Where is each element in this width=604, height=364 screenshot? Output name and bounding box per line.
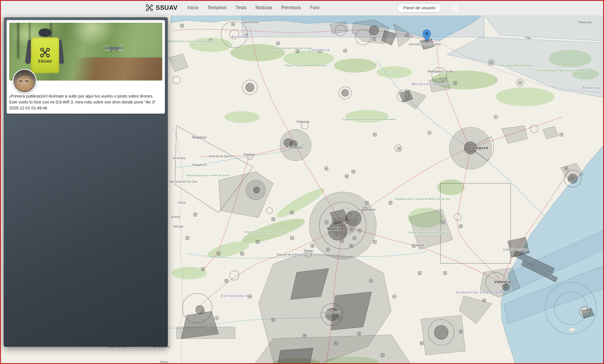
map-label: Gijón/Xixón [241, 20, 258, 24]
map-label: Sabugal [173, 225, 183, 228]
map-label: Extremadura [221, 294, 248, 298]
post-timestamp: 2025-12-01 01:49:46 [9, 105, 162, 111]
map-label: Guarda [171, 215, 180, 218]
nav-item-foro[interactable]: Foro [310, 5, 319, 11]
map-label: Parc national des Pyrénées [499, 64, 533, 67]
post-text: ¡Primera publicación! Anímate a subir po… [9, 93, 162, 111]
main-nav: Inicio Temarios Tests Noticias Permisos … [188, 5, 320, 11]
map-label: Guadalajara [357, 207, 375, 211]
map-label: Pamplona / Iruña [428, 70, 453, 73]
map-label: Donostia / San Sebastián [409, 43, 441, 46]
map-label: Parc naturel régional des Pyrénées ariég… [536, 69, 588, 72]
map-label: Toulouse [578, 20, 591, 24]
map-label: Parque Natural de los Arribes del Duero [186, 174, 230, 177]
map-label: Mogadouro [192, 163, 207, 167]
map-label: Bragança [192, 135, 207, 139]
vest-label: SSUAV [38, 59, 52, 64]
vest-drone-icon [40, 47, 50, 58]
nav-item-noticias[interactable]: Noticias [255, 5, 272, 11]
post-line-2: Este vuelo lo hice con mi DJI AIR 3, mir… [9, 99, 162, 105]
map-label: Comunitat Valenciana [456, 290, 503, 294]
map-label: Palencia [297, 120, 309, 123]
posts-panel: SSUAV ¡Primera publicación! Anímate a su… [4, 17, 168, 347]
page: Gijón/Xixón Asturias Cantabria Navarra /… [0, 0, 604, 364]
map-label: Madrid [327, 226, 341, 231]
map-label: Parque Natural Montaña Palentina [285, 64, 327, 67]
map-label: Asturias [231, 35, 250, 39]
map-label: Vila Nova de Foz Côa [169, 180, 197, 183]
nav-item-permisos[interactable]: Permisos [281, 5, 301, 11]
post-card[interactable]: SSUAV ¡Primera publicación! Anímate a su… [7, 20, 165, 114]
map-label: Ciudad Real [321, 310, 339, 314]
map-label: Miranda do Douro [209, 155, 232, 158]
user-panel-button[interactable]: Panel de usuario [397, 3, 442, 12]
safety-vest: SSUAV [31, 37, 59, 73]
map-label: Mirandela [173, 157, 185, 160]
map-label: Moura [160, 360, 168, 363]
nav-item-tests[interactable]: Tests [236, 5, 247, 11]
drone-icon-right[interactable] [451, 4, 459, 12]
map-label: Valencia [494, 279, 511, 284]
map-label: Navarra / Nafarroa [412, 82, 452, 86]
map-label: Parque Regional de la Sierra de Gredos [244, 231, 288, 233]
avatar-glasses [18, 80, 29, 83]
brand-name: SSUAV [156, 4, 178, 12]
post-author-avatar [13, 69, 37, 93]
map-label: Toledo [303, 249, 313, 253]
map-label: Talavera de la Reina [276, 253, 302, 256]
map-label: Pau [525, 36, 531, 40]
map-label: Valladolid [288, 146, 302, 149]
drone-logo-icon [146, 4, 153, 12]
nav-item-temarios[interactable]: Temarios [207, 5, 226, 11]
brand[interactable]: SSUAV [146, 4, 178, 12]
map-label: Zaragoza [469, 145, 488, 150]
post-line-1: ¡Primera publicación! Anímate a subir po… [9, 93, 162, 99]
map-label: Zamora [243, 153, 255, 156]
map-label: Pinhel [178, 201, 186, 204]
nav-item-inicio[interactable]: Inicio [188, 5, 199, 11]
drone-in-photo [104, 45, 124, 53]
map-label: Castelló de la Plana [503, 248, 528, 251]
map-label: Espacio Natural de la Sierra de la Deman… [342, 118, 395, 121]
map-label: Parque Natural Serranía de Cuenca [408, 231, 448, 234]
map-label: Cuenca [412, 243, 424, 247]
map-label: Parque Nacional de Picos de Europa [267, 47, 312, 50]
top-nav-bar: SSUAV Inicio Temarios Tests Noticias Per… [0, 0, 604, 15]
map-label: Andorra [582, 86, 600, 90]
map-label: Geoparque de la Comarca de Molina y el A… [395, 197, 450, 200]
